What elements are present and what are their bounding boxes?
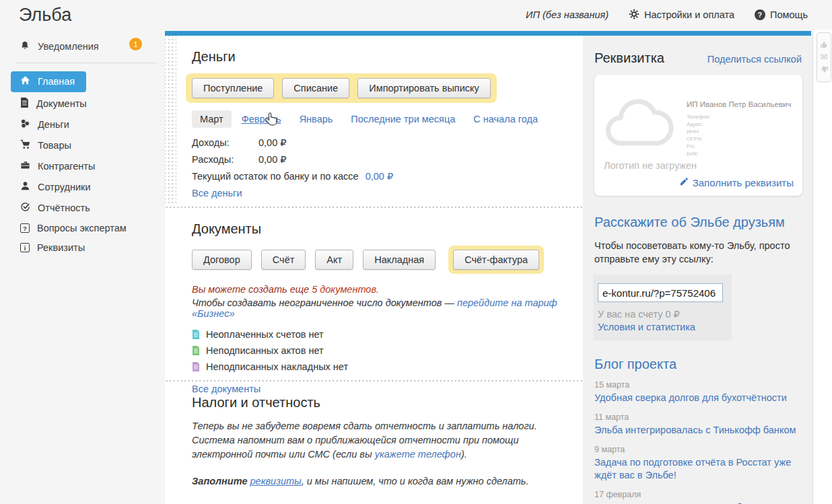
sidebar-item-label: Реквизиты [37,242,85,253]
holder-field: Телефон: [687,113,791,120]
document-icon [20,98,29,110]
unlimited-text: Чтобы создавать неограниченное число док… [192,297,454,308]
settings-menu[interactable]: Настройки и оплата [629,9,734,22]
waybill-button[interactable]: Накладная [363,250,436,270]
main-panel: Деньги Поступление Списание Импортироват… [165,36,583,504]
hand-cursor-icon [264,112,279,130]
fill-requisites-link[interactable]: реквизиты [250,476,302,487]
blog-title: Блог проекта [594,357,812,372]
sidebar-item-label: Контрагенты [38,161,95,172]
expenses-value: 0,00 ₽ [258,154,286,165]
sidebar-divider [16,63,157,63]
all-money-link[interactable]: Все деньги [192,188,242,199]
sidebar-item-label: Сотрудники [38,182,91,192]
envelope-icon[interactable]: ✉ [821,54,828,61]
sidebar-item-label: Товары [38,140,71,151]
feedback-toolbar: ✉ [817,32,831,82]
list-item: Неподписанных накладных нет [192,361,563,372]
taxes-line2: Система напомнит вам о приближающейся от… [192,435,519,445]
sidebar: Уведомления 1 Главная Документы Деньги [0,30,164,504]
bell-icon [20,40,30,52]
sidebar-item-label: Вопросы экспертам [37,223,127,233]
taxes-section: Налоги и отчетность Теперь вы не забудет… [165,382,583,489]
blog-post: 11 марта Эльба интегрировалась с Тинькоф… [594,412,803,437]
documents-limit-text: Вы можете создать еще 5 документов. [192,284,563,295]
sidebar-item-goods[interactable]: Товары [0,136,164,155]
sidebar-item-employees[interactable]: Сотрудники [0,178,164,196]
share-link[interactable]: Поделиться ссылкой [707,54,802,65]
invoice-button[interactable]: Счёт [261,250,306,270]
expense-button[interactable]: Списание [282,78,349,98]
list-item: Неподписанных актов нет [192,345,563,356]
settings-label: Настройки и оплата [644,9,734,20]
account-name[interactable]: ИП (без названия) [526,9,609,20]
blog-post-link[interactable]: Эльба интегрировалась с Тинькофф банком [594,424,796,437]
app-logo[interactable]: Эльба [19,5,71,26]
holder-field: БИК: [687,150,791,157]
sidebar-item-requisites[interactable]: i Реквизиты [0,239,164,256]
thumbs-down-icon[interactable] [820,65,829,74]
blog-post-link[interactable]: Как организациям подготовить бухотчётнос… [594,501,801,504]
documents-unlimited-text: Чтобы создавать неограниченное число док… [192,297,563,319]
income-button[interactable]: Поступление [192,78,274,98]
help-label: Помощь [770,9,808,20]
top-header: Эльба ИП (без названия) Настройки и опла… [0,0,832,30]
documents-status-list: Неоплаченных счетов нет Неподписанных ак… [192,329,563,372]
sidebar-item-documents[interactable]: Документы [0,94,164,113]
home-icon [20,75,30,87]
referral-link-input[interactable] [598,283,723,302]
tab-last-three-months[interactable]: Последние три месяца [351,114,455,124]
tab-january[interactable]: Январь [300,114,333,124]
list-item-label: Неподписанных накладных нет [206,361,348,372]
money-stats: Доходы: 0,00 ₽ Расходы: 0,00 ₽ Текущий о… [192,137,563,199]
invoice-factura-button[interactable]: Счёт-фактура [453,250,539,270]
question-box-icon: ? [20,223,30,233]
balance-value-link[interactable]: 0,00 ₽ [366,171,393,182]
help-menu[interactable]: ? Помощь [755,9,808,20]
holder-name: ИП Иванов Петр Васильевич [687,100,791,108]
cta-rest: , и мы напишем, что и когда вам нужно сд… [302,476,529,487]
sidebar-item-contractors[interactable]: Контрагенты [0,157,164,176]
sidebar-item-label: Документы [36,98,87,109]
sidebar-item-money[interactable]: Деньги [0,115,164,134]
referral-text-line1: Чтобы посоветовать кому-то Эльбу, просто [594,240,790,251]
cloud-icon [601,94,677,157]
notifications-label: Уведомления [38,41,99,52]
tab-march[interactable]: Март [192,110,232,128]
notifications-item[interactable]: Уведомления 1 [0,30,164,52]
contract-button[interactable]: Договор [192,250,252,270]
sidebar-item-label: Деньги [38,119,69,130]
income-label: Доходы: [192,137,256,148]
thumbs-up-icon[interactable] [820,40,829,49]
tab-year-to-date[interactable]: С начала года [473,114,538,124]
blog-post: 9 марта Задача по подготовке отчёта в Ро… [594,445,803,482]
blog-post-date: 17 февраля [594,490,803,499]
fill-requisites-card-link[interactable]: Заполнить реквизиты [679,177,794,188]
expenses-label: Расходы: [192,154,256,165]
list-item: Неоплаченных счетов нет [192,329,563,340]
pencil-icon [679,177,689,188]
blog-post-date: 9 марта [594,445,803,454]
period-tabs: Март Февраль Январь Последние три месяца… [192,110,563,128]
blog-post: 15 марта Удобная сверка долгов для бухот… [594,380,803,404]
document-buttons: Договор Счёт Акт Накладная Счёт-фактура [192,246,563,274]
act-button[interactable]: Акт [315,250,353,270]
referral-box: У вас на счету 0 ₽ Условия и статистика [593,275,732,340]
requisites-card[interactable]: Логотип не загружен ИП Иванов Петр Васил… [594,75,802,196]
blog-post: 17 февраля Как организациям подготовить … [594,490,803,504]
taxes-line3-after: ). [461,449,467,460]
provide-phone-link[interactable]: укажете телефон [375,449,461,460]
blog-post-link[interactable]: Удобная сверка долгов для бухотчётности [594,392,787,404]
right-strip: ✉ [812,30,832,504]
right-column: Реквизитка Поделиться ссылкой Логотип не… [583,36,812,504]
blog-post-link[interactable]: Задача по подготовке отчёта в Росстат уж… [594,456,803,482]
documents-section-title: Документы [192,221,563,237]
terms-statistics-link[interactable]: Условия и статистика [598,322,695,332]
sidebar-item-main[interactable]: Главная [11,71,86,92]
holder-field: ИНН: [687,128,791,135]
import-statement-button[interactable]: Импортировать выписку [357,78,491,98]
money-section: Деньги Поступление Списание Импортироват… [165,36,583,205]
sidebar-item-expert-questions[interactable]: ? Вопросы экспертам [0,219,164,237]
cta-bold: Заполните [192,476,248,487]
sidebar-item-reports[interactable]: Отчётность [0,199,164,217]
